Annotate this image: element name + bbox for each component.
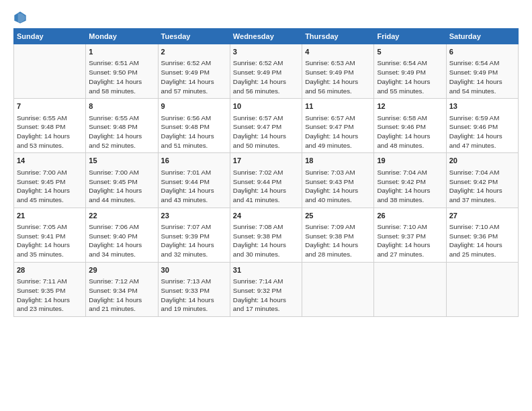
day-number: 18 (305, 156, 371, 166)
calendar-cell: 27Sunrise: 7:10 AMSunset: 9:36 PMDayligh… (446, 208, 518, 262)
day-number: 13 (449, 101, 515, 111)
cell-details: Sunrise: 7:09 AMSunset: 9:38 PMDaylight:… (305, 222, 371, 259)
cell-details: Sunrise: 6:55 AMSunset: 9:48 PMDaylight:… (89, 113, 154, 150)
day-number: 5 (377, 47, 443, 57)
cell-details: Sunrise: 7:08 AMSunset: 9:38 PMDaylight:… (233, 222, 299, 259)
calendar-cell: 13Sunrise: 6:59 AMSunset: 9:46 PMDayligh… (446, 99, 518, 153)
cell-details: Sunrise: 7:06 AMSunset: 9:40 PMDaylight:… (89, 222, 154, 259)
day-number: 31 (233, 265, 299, 275)
cell-details: Sunrise: 6:55 AMSunset: 9:48 PMDaylight:… (17, 113, 83, 150)
general-blue-icon (13, 11, 27, 24)
cell-details: Sunrise: 6:56 AMSunset: 9:48 PMDaylight:… (161, 113, 227, 150)
header-monday: Monday (86, 29, 158, 44)
calendar-cell: 5Sunrise: 6:54 AMSunset: 9:49 PMDaylight… (374, 44, 446, 99)
calendar-cell: 15Sunrise: 7:00 AMSunset: 9:45 PMDayligh… (86, 153, 158, 208)
header-friday: Friday (374, 29, 446, 44)
cell-details: Sunrise: 6:54 AMSunset: 9:49 PMDaylight:… (377, 58, 443, 95)
cell-details: Sunrise: 7:00 AMSunset: 9:45 PMDaylight:… (89, 168, 154, 205)
day-number: 6 (449, 47, 515, 57)
cell-details: Sunrise: 7:10 AMSunset: 9:37 PMDaylight:… (377, 222, 443, 259)
cell-details: Sunrise: 7:04 AMSunset: 9:42 PMDaylight:… (449, 168, 515, 205)
day-number: 25 (305, 211, 371, 221)
day-number: 10 (233, 101, 299, 111)
cell-details: Sunrise: 6:59 AMSunset: 9:46 PMDaylight:… (449, 113, 515, 150)
cell-details: Sunrise: 7:04 AMSunset: 9:42 PMDaylight:… (377, 168, 443, 205)
calendar-cell: 10Sunrise: 6:57 AMSunset: 9:47 PMDayligh… (230, 99, 302, 153)
cell-details: Sunrise: 6:52 AMSunset: 9:49 PMDaylight:… (161, 58, 227, 95)
calendar-cell: 30Sunrise: 7:13 AMSunset: 9:33 PMDayligh… (158, 262, 230, 316)
cell-details: Sunrise: 7:10 AMSunset: 9:36 PMDaylight:… (449, 222, 515, 259)
calendar-cell: 25Sunrise: 7:09 AMSunset: 9:38 PMDayligh… (302, 208, 374, 262)
calendar-cell: 9Sunrise: 6:56 AMSunset: 9:48 PMDaylight… (158, 99, 230, 153)
cell-details: Sunrise: 6:51 AMSunset: 9:50 PMDaylight:… (89, 58, 154, 95)
cell-details: Sunrise: 7:07 AMSunset: 9:39 PMDaylight:… (161, 222, 227, 259)
day-number: 27 (449, 211, 515, 221)
calendar-cell: 20Sunrise: 7:04 AMSunset: 9:42 PMDayligh… (446, 153, 518, 208)
cell-details: Sunrise: 6:54 AMSunset: 9:49 PMDaylight:… (449, 58, 515, 95)
cell-details: Sunrise: 7:03 AMSunset: 9:43 PMDaylight:… (305, 168, 371, 205)
calendar-cell: 3Sunrise: 6:52 AMSunset: 9:49 PMDaylight… (230, 44, 302, 99)
cell-details: Sunrise: 6:57 AMSunset: 9:47 PMDaylight:… (305, 113, 371, 150)
day-number: 4 (305, 47, 371, 57)
calendar-cell: 7Sunrise: 6:55 AMSunset: 9:48 PMDaylight… (14, 99, 86, 153)
cell-details: Sunrise: 7:12 AMSunset: 9:34 PMDaylight:… (89, 277, 154, 314)
header (13, 11, 519, 24)
calendar-cell (446, 262, 518, 316)
calendar-cell: 8Sunrise: 6:55 AMSunset: 9:48 PMDaylight… (86, 99, 158, 153)
day-number: 1 (89, 47, 154, 57)
day-number: 21 (17, 211, 83, 221)
calendar-cell: 18Sunrise: 7:03 AMSunset: 9:43 PMDayligh… (302, 153, 374, 208)
day-number: 22 (89, 211, 154, 221)
cell-details: Sunrise: 7:14 AMSunset: 9:32 PMDaylight:… (233, 277, 299, 314)
header-thursday: Thursday (302, 29, 374, 44)
cell-details: Sunrise: 7:01 AMSunset: 9:44 PMDaylight:… (161, 168, 227, 205)
cell-details: Sunrise: 6:52 AMSunset: 9:49 PMDaylight:… (233, 58, 299, 95)
calendar-cell: 4Sunrise: 6:53 AMSunset: 9:49 PMDaylight… (302, 44, 374, 99)
week-row-2: 14Sunrise: 7:00 AMSunset: 9:45 PMDayligh… (14, 153, 519, 208)
calendar-cell (14, 44, 86, 99)
week-row-0: 1Sunrise: 6:51 AMSunset: 9:50 PMDaylight… (14, 44, 519, 99)
cell-details: Sunrise: 7:13 AMSunset: 9:33 PMDaylight:… (161, 277, 227, 314)
day-number: 19 (377, 156, 443, 166)
calendar-cell: 24Sunrise: 7:08 AMSunset: 9:38 PMDayligh… (230, 208, 302, 262)
calendar-cell: 22Sunrise: 7:06 AMSunset: 9:40 PMDayligh… (86, 208, 158, 262)
header-saturday: Saturday (446, 29, 518, 44)
calendar-cell: 31Sunrise: 7:14 AMSunset: 9:32 PMDayligh… (230, 262, 302, 316)
calendar-cell: 12Sunrise: 6:58 AMSunset: 9:46 PMDayligh… (374, 99, 446, 153)
calendar-cell: 1Sunrise: 6:51 AMSunset: 9:50 PMDaylight… (86, 44, 158, 99)
cell-details: Sunrise: 6:57 AMSunset: 9:47 PMDaylight:… (233, 113, 299, 150)
day-number: 26 (377, 211, 443, 221)
day-number: 29 (89, 265, 154, 275)
cell-details: Sunrise: 7:05 AMSunset: 9:41 PMDaylight:… (17, 222, 83, 259)
calendar-table: SundayMondayTuesdayWednesdayThursdayFrid… (13, 28, 519, 317)
calendar-cell: 16Sunrise: 7:01 AMSunset: 9:44 PMDayligh… (158, 153, 230, 208)
day-number: 12 (377, 101, 443, 111)
cell-details: Sunrise: 7:02 AMSunset: 9:44 PMDaylight:… (233, 168, 299, 205)
week-row-3: 21Sunrise: 7:05 AMSunset: 9:41 PMDayligh… (14, 208, 519, 262)
calendar-cell: 29Sunrise: 7:12 AMSunset: 9:34 PMDayligh… (86, 262, 158, 316)
day-number: 17 (233, 156, 299, 166)
week-row-4: 28Sunrise: 7:11 AMSunset: 9:35 PMDayligh… (14, 262, 519, 316)
day-number: 9 (161, 101, 227, 111)
calendar-cell: 2Sunrise: 6:52 AMSunset: 9:49 PMDaylight… (158, 44, 230, 99)
calendar-cell: 21Sunrise: 7:05 AMSunset: 9:41 PMDayligh… (14, 208, 86, 262)
day-number: 7 (17, 101, 83, 111)
calendar-cell: 14Sunrise: 7:00 AMSunset: 9:45 PMDayligh… (14, 153, 86, 208)
calendar-cell: 26Sunrise: 7:10 AMSunset: 9:37 PMDayligh… (374, 208, 446, 262)
day-number: 24 (233, 211, 299, 221)
day-number: 8 (89, 101, 154, 111)
day-number: 3 (233, 47, 299, 57)
logo (13, 11, 30, 24)
header-tuesday: Tuesday (158, 29, 230, 44)
day-number: 11 (305, 101, 371, 111)
day-number: 20 (449, 156, 515, 166)
day-number: 16 (161, 156, 227, 166)
header-wednesday: Wednesday (230, 29, 302, 44)
calendar-cell (302, 262, 374, 316)
cell-details: Sunrise: 6:53 AMSunset: 9:49 PMDaylight:… (305, 58, 371, 95)
day-number: 28 (17, 265, 83, 275)
calendar-cell: 11Sunrise: 6:57 AMSunset: 9:47 PMDayligh… (302, 99, 374, 153)
calendar-cell: 17Sunrise: 7:02 AMSunset: 9:44 PMDayligh… (230, 153, 302, 208)
calendar-cell: 23Sunrise: 7:07 AMSunset: 9:39 PMDayligh… (158, 208, 230, 262)
calendar-cell: 28Sunrise: 7:11 AMSunset: 9:35 PMDayligh… (14, 262, 86, 316)
